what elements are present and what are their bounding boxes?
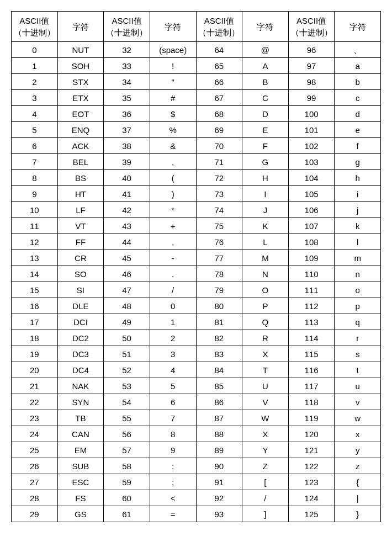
ascii-value-cell: 32 xyxy=(104,42,150,58)
char-cell: DCI xyxy=(57,314,104,330)
ascii-value-cell: 117 xyxy=(288,378,335,394)
ascii-value-cell: 106 xyxy=(288,202,335,218)
table-row: 17DCI49181Q113q xyxy=(12,314,381,330)
ascii-value-cell: 88 xyxy=(196,426,242,442)
ascii-value-cell: 19 xyxy=(12,346,58,362)
char-cell: r xyxy=(335,330,381,346)
ascii-value-cell: 122 xyxy=(288,458,335,474)
ascii-value-cell: 97 xyxy=(288,58,335,74)
ascii-value-cell: 108 xyxy=(288,234,335,250)
col-char: 字符 xyxy=(335,12,381,42)
ascii-value-cell: 7 xyxy=(12,154,58,170)
char-cell: SO xyxy=(57,266,104,282)
ascii-value-cell: 48 xyxy=(104,298,150,314)
char-cell: C xyxy=(242,90,289,106)
char-cell: ( xyxy=(150,170,196,186)
ascii-value-cell: 115 xyxy=(288,346,335,362)
char-cell: 5 xyxy=(150,378,196,394)
char-cell: / xyxy=(150,282,196,298)
char-cell: $ xyxy=(150,106,196,122)
char-cell: d xyxy=(335,106,381,122)
ascii-value-cell: 107 xyxy=(288,218,335,234)
ascii-value-cell: 44 xyxy=(104,234,150,250)
ascii-value-cell: 114 xyxy=(288,330,335,346)
ascii-value-cell: 33 xyxy=(104,58,150,74)
ascii-value-cell: 27 xyxy=(12,474,58,490)
table-row: 19DC351383X115s xyxy=(12,346,381,362)
char-cell: - xyxy=(150,250,196,266)
table-row: 3ETX35#67C99c xyxy=(12,90,381,106)
ascii-value-cell: 104 xyxy=(288,170,335,186)
table-row: 8BS40(72H104h xyxy=(12,170,381,186)
char-cell: T xyxy=(242,362,289,378)
char-cell: 9 xyxy=(150,442,196,458)
ascii-value-cell: 24 xyxy=(12,426,58,442)
ascii-value-cell: 103 xyxy=(288,154,335,170)
ascii-value-cell: 81 xyxy=(196,314,242,330)
ascii-value-cell: 54 xyxy=(104,394,150,410)
char-cell: N xyxy=(242,266,289,282)
table-row: 12FF44,76L108l xyxy=(12,234,381,250)
char-cell: 1 xyxy=(150,314,196,330)
char-cell: FF xyxy=(57,234,104,250)
ascii-value-cell: 12 xyxy=(12,234,58,250)
ascii-value-cell: 14 xyxy=(12,266,58,282)
table-row: 24CAN56888X120x xyxy=(12,426,381,442)
char-cell: Z xyxy=(242,458,289,474)
col-ascii-value: ASCII值（十进制） xyxy=(196,12,242,42)
char-cell: K xyxy=(242,218,289,234)
char-cell: | xyxy=(335,490,381,506)
ascii-value-cell: 78 xyxy=(196,266,242,282)
ascii-value-cell: 67 xyxy=(196,90,242,106)
char-cell: h xyxy=(335,170,381,186)
ascii-value-cell: 71 xyxy=(196,154,242,170)
char-cell: CR xyxy=(57,250,104,266)
ascii-value-cell: 64 xyxy=(196,42,242,58)
ascii-value-cell: 84 xyxy=(196,362,242,378)
table-header-row: ASCII值（十进制） 字符 ASCII值（十进制） 字符 ASCII值（十进制… xyxy=(12,12,381,42)
ascii-value-cell: 90 xyxy=(196,458,242,474)
char-cell: DC3 xyxy=(57,346,104,362)
char-cell: t xyxy=(335,362,381,378)
ascii-value-cell: 91 xyxy=(196,474,242,490)
ascii-value-cell: 0 xyxy=(12,42,58,58)
ascii-value-cell: 5 xyxy=(12,122,58,138)
ascii-value-cell: 120 xyxy=(288,426,335,442)
char-cell: v xyxy=(335,394,381,410)
char-cell: R xyxy=(242,330,289,346)
char-cell: < xyxy=(150,490,196,506)
char-cell: ACK xyxy=(57,138,104,154)
ascii-value-cell: 18 xyxy=(12,330,58,346)
char-cell: e xyxy=(335,122,381,138)
char-cell: 6 xyxy=(150,394,196,410)
ascii-value-cell: 73 xyxy=(196,186,242,202)
table-row: 6ACK38&70F102f xyxy=(12,138,381,154)
ascii-value-cell: 98 xyxy=(288,74,335,90)
char-cell: % xyxy=(150,122,196,138)
char-cell: , xyxy=(150,234,196,250)
ascii-value-cell: 101 xyxy=(288,122,335,138)
table-row: 18DC250282R114r xyxy=(12,330,381,346)
char-cell: s xyxy=(335,346,381,362)
ascii-table: ASCII值（十进制） 字符 ASCII值（十进制） 字符 ASCII值（十进制… xyxy=(11,11,381,522)
char-cell: p xyxy=(335,298,381,314)
char-cell: . xyxy=(150,266,196,282)
char-cell: ENQ xyxy=(57,122,104,138)
ascii-value-cell: 40 xyxy=(104,170,150,186)
ascii-value-cell: 47 xyxy=(104,282,150,298)
table-row: 9HT41)73I105i xyxy=(12,186,381,202)
table-row: 15SI47/79O111o xyxy=(12,282,381,298)
char-cell: ESC xyxy=(57,474,104,490)
ascii-value-cell: 34 xyxy=(104,74,150,90)
char-cell: SOH xyxy=(57,58,104,74)
char-cell: HT xyxy=(57,186,104,202)
ascii-value-cell: 53 xyxy=(104,378,150,394)
table-row: 7BEL39,71G103g xyxy=(12,154,381,170)
ascii-value-cell: 68 xyxy=(196,106,242,122)
char-cell: b xyxy=(335,74,381,90)
col-char: 字符 xyxy=(57,12,104,42)
table-row: 11VT43+75K107k xyxy=(12,218,381,234)
ascii-value-cell: 76 xyxy=(196,234,242,250)
char-cell: U xyxy=(242,378,289,394)
ascii-value-cell: 51 xyxy=(104,346,150,362)
